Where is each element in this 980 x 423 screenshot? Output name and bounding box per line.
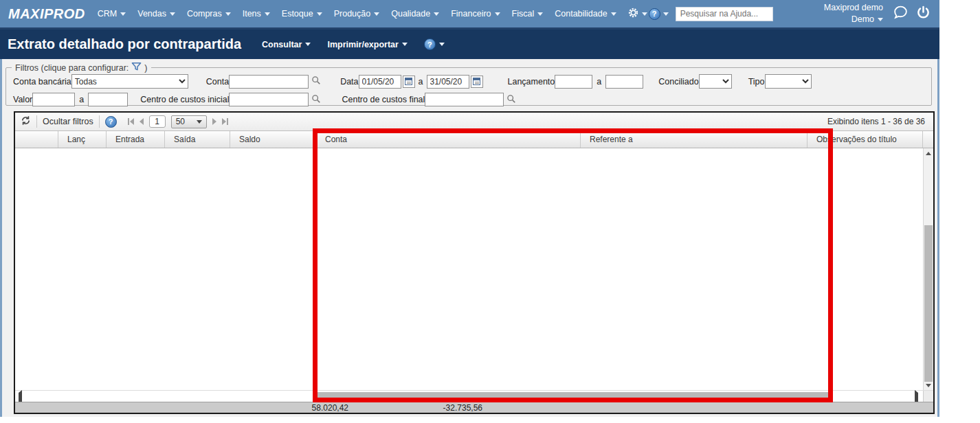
conciliado-select[interactable] <box>699 74 732 89</box>
vertical-scrollbar-thumb[interactable] <box>924 225 933 382</box>
nav-menu-label: Qualidade <box>391 9 430 19</box>
nav-menu-fiscal[interactable]: Fiscal <box>512 9 544 19</box>
data-from-input[interactable] <box>359 75 401 89</box>
col-header-referente[interactable]: Referente a <box>581 131 808 148</box>
cc-final-label: Centro de custos final <box>342 95 425 104</box>
conciliado-label: Conciliado <box>658 77 698 87</box>
content-area: Filtros (clique para configurar: ) Conta… <box>0 59 939 417</box>
page-title: Extrato detalhado por contrapartida <box>8 36 241 52</box>
chevron-down-icon <box>402 43 408 46</box>
scroll-down-arrow[interactable] <box>924 380 933 390</box>
results-grid: Ocultar filtros ? 1 50 Exibindo itens 1 … <box>14 111 935 414</box>
magnifier-icon <box>506 94 516 106</box>
nav-menu-label: Compras <box>187 9 222 19</box>
vertical-scrollbar[interactable] <box>923 148 933 390</box>
nav-menu-qualidade[interactable]: Qualidade <box>391 9 439 19</box>
filters-legend[interactable]: Filtros (clique para configurar: ) <box>12 62 151 73</box>
nav-menu-label: Produção <box>334 9 371 19</box>
col-header-lanc[interactable]: Lanç <box>58 131 107 148</box>
funnel-icon <box>131 62 142 73</box>
chevron-down-icon <box>374 12 379 16</box>
nav-menu-label: Financeiro <box>451 9 491 19</box>
user-menu[interactable]: Maxiprod demo Demo <box>824 2 883 25</box>
nav-menus: CRMVendasComprasItensEstoqueProduçãoQual… <box>98 9 616 19</box>
horizontal-scrollbar[interactable] <box>15 390 933 402</box>
chevron-down-icon <box>663 12 669 16</box>
gear-icon <box>627 7 639 21</box>
col-header-entrada[interactable]: Entrada <box>107 131 165 148</box>
filters-row-2: Valor a Centro de custos inicial Centro … <box>6 93 931 106</box>
menu-imprimir-exportar[interactable]: Imprimir/exportar <box>327 40 408 49</box>
chat-button[interactable] <box>891 4 910 23</box>
data-to-calendar-button[interactable] <box>471 76 483 88</box>
grid-toolbar: Ocultar filtros ? 1 50 Exibindo itens 1 … <box>15 113 933 131</box>
conta-input[interactable] <box>229 75 309 89</box>
col-header-icon[interactable] <box>15 131 58 148</box>
col-header-conta[interactable]: Conta <box>316 131 581 148</box>
data-from-calendar-button[interactable] <box>403 76 415 88</box>
nav-menu-vendas[interactable]: Vendas <box>137 9 175 19</box>
title-bar: Extrato detalhado por contrapartida Cons… <box>0 30 939 59</box>
pager-next-button[interactable] <box>212 118 216 125</box>
nav-menu-produção[interactable]: Produção <box>334 9 380 19</box>
total-saida: -32.735,56 <box>399 403 482 413</box>
chevron-down-icon <box>305 43 311 46</box>
pager-prev-button[interactable] <box>140 118 144 125</box>
horizontal-scrollbar-thumb[interactable] <box>316 392 833 400</box>
valor-to-input[interactable] <box>88 93 128 106</box>
menu-consultar[interactable]: Consultar <box>262 40 311 49</box>
valor-from-input[interactable] <box>32 93 75 106</box>
refresh-button[interactable] <box>21 115 31 128</box>
conta-search-button[interactable] <box>311 76 321 87</box>
page-size-select[interactable]: 50 <box>171 115 207 128</box>
nav-menu-label: CRM <box>98 9 117 19</box>
scroll-up-arrow[interactable] <box>924 148 933 158</box>
col-header-saida[interactable]: Saída <box>165 131 230 148</box>
grid-help-button[interactable]: ? <box>105 116 117 128</box>
help-menu[interactable]: ? <box>649 8 669 20</box>
nav-menu-financeiro[interactable]: Financeiro <box>451 9 500 19</box>
conta-label: Conta <box>206 77 229 87</box>
nav-menu-itens[interactable]: Itens <box>243 9 270 19</box>
cc-inicial-search-button[interactable] <box>311 94 321 106</box>
magnifier-icon <box>311 94 321 106</box>
col-header-obs[interactable]: Observações do título <box>808 131 923 148</box>
pager-last-button[interactable] <box>222 118 228 125</box>
help-search-input[interactable] <box>676 7 773 21</box>
grid-rows <box>15 148 923 390</box>
chevron-down-icon <box>317 12 322 16</box>
pager-page-number[interactable]: 1 <box>149 115 166 128</box>
maxiprod-logo: MAXIPROD <box>8 6 85 22</box>
chevron-down-icon <box>170 12 175 16</box>
settings-menu[interactable] <box>627 7 647 21</box>
toolbar-separator <box>36 115 37 128</box>
title-help-button[interactable]: ? <box>424 38 445 50</box>
nav-menu-contabilidade[interactable]: Contabilidade <box>555 9 616 19</box>
cc-final-input[interactable] <box>425 93 504 106</box>
user-company: Maxiprod demo <box>824 2 883 14</box>
chat-icon <box>891 4 910 23</box>
cc-final-search-button[interactable] <box>506 94 516 106</box>
grid-body <box>15 148 933 390</box>
cc-inicial-input[interactable] <box>229 93 309 106</box>
chevron-down-icon <box>434 12 439 16</box>
calendar-icon <box>405 78 412 85</box>
nav-menu-compras[interactable]: Compras <box>187 9 231 19</box>
chevron-down-icon <box>120 12 126 16</box>
logout-button[interactable] <box>915 5 931 23</box>
lancamento-from-input[interactable] <box>555 75 592 89</box>
calendar-icon <box>473 78 480 85</box>
hide-filters-button[interactable]: Ocultar filtros <box>43 117 93 126</box>
lancamento-to-input[interactable] <box>605 75 643 89</box>
pager-first-button[interactable] <box>128 118 134 125</box>
chevron-down-icon <box>642 12 647 16</box>
data-to-input[interactable] <box>427 75 469 89</box>
nav-menu-estoque[interactable]: Estoque <box>282 9 322 19</box>
col-header-saldo[interactable]: Saldo <box>230 131 316 148</box>
conta-bancaria-select[interactable]: Todas <box>71 74 188 89</box>
chevron-down-icon <box>225 12 231 16</box>
nav-menu-label: Itens <box>243 9 261 19</box>
chevron-down-icon <box>197 120 202 124</box>
nav-menu-crm[interactable]: CRM <box>98 9 126 19</box>
tipo-select[interactable] <box>765 74 812 89</box>
